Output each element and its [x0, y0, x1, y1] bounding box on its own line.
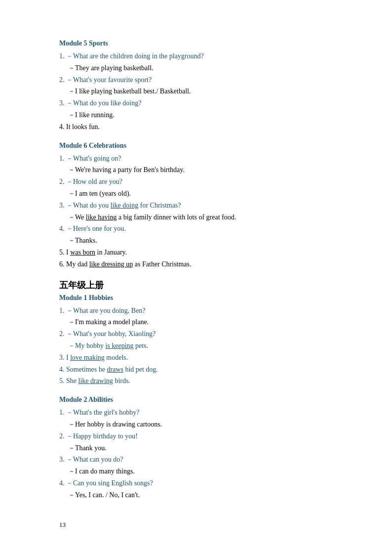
line-m2-7: 4. －Can you sing English songs? — [59, 477, 333, 489]
line-m2-5: 3. －What can you do? — [59, 454, 333, 466]
line-m6-2: －We're having a party for Ben's birthday… — [59, 164, 333, 176]
line-m1-2: －I'm making a model plane. — [59, 316, 333, 328]
line-m6-5: 3. －What do you like doing for Christmas… — [59, 200, 333, 212]
line-m1-3: 2. －What's your hobby, Xiaoling? — [59, 328, 333, 340]
line-m6-7: 4. －Here's one for you. — [59, 223, 333, 235]
line-m6-3: 2. －How old are you? — [59, 176, 333, 188]
line-6: －I like running. — [59, 109, 333, 121]
line-m2-3: 2. －Happy birthday to you! — [59, 430, 333, 442]
line-m6-8: －Thanks. — [59, 235, 333, 247]
line-m1-7: 5. She like drawing birds. — [59, 375, 333, 387]
module1-5-section: Module 1 Hobbies 1. －What are you doing,… — [59, 294, 333, 387]
line-m6-1: 1. －What's going on? — [59, 153, 333, 165]
line-4: －I like playing basketball best./ Basket… — [59, 85, 333, 97]
line-m1-4: －My hobby is keeping pets. — [59, 340, 333, 352]
module6-title: Module 6 Celebrations — [59, 142, 333, 150]
line-m6-10: 6. My dad like dressing up as Father Chr… — [59, 258, 333, 270]
page-content: Module 5 Sports 1. －What are the childre… — [59, 40, 333, 529]
page-number: 13 — [59, 521, 333, 529]
line-1: 1. －What are the children doing in the p… — [59, 50, 333, 62]
line-m6-9: 5. I was born in January. — [59, 247, 333, 258]
module5-section: Module 5 Sports 1. －What are the childre… — [59, 40, 333, 133]
line-m2-2: －Her hobby is drawing cartoons. — [59, 419, 333, 430]
line-2: －They are playing basketball. — [59, 62, 333, 74]
line-m6-4: －I am ten (years old). — [59, 188, 333, 200]
line-m1-1: 1. －What are you doing, Ben? — [59, 305, 333, 317]
line-m1-5: 3. I love making models. — [59, 352, 333, 364]
grade5-header: 五年级上册 — [59, 279, 333, 291]
line-m2-8: －Yes, I can. / No, I can't. — [59, 489, 333, 501]
line-m2-6: －I can do many things. — [59, 466, 333, 477]
module1-5-title: Module 1 Hobbies — [59, 294, 333, 302]
line-5: 3. －What do you like doing? — [59, 97, 333, 109]
module2-5-title: Module 2 Abilities — [59, 396, 333, 404]
line-m1-6: 4. Sometimes he draws hid pet dog. — [59, 364, 333, 376]
module5-title: Module 5 Sports — [59, 40, 333, 47]
line-m2-4: －Thank you. — [59, 442, 333, 454]
line-7: 4. It looks fun. — [59, 121, 333, 133]
module2-5-section: Module 2 Abilities 1. －What's the girl's… — [59, 396, 333, 501]
line-m6-6: －We like having a big family dinner with… — [59, 212, 333, 223]
line-3: 2. －What's your favourite sport? — [59, 74, 333, 86]
line-m2-1: 1. －What's the girl's hobby? — [59, 407, 333, 419]
module6-section: Module 6 Celebrations 1. －What's going o… — [59, 142, 333, 270]
